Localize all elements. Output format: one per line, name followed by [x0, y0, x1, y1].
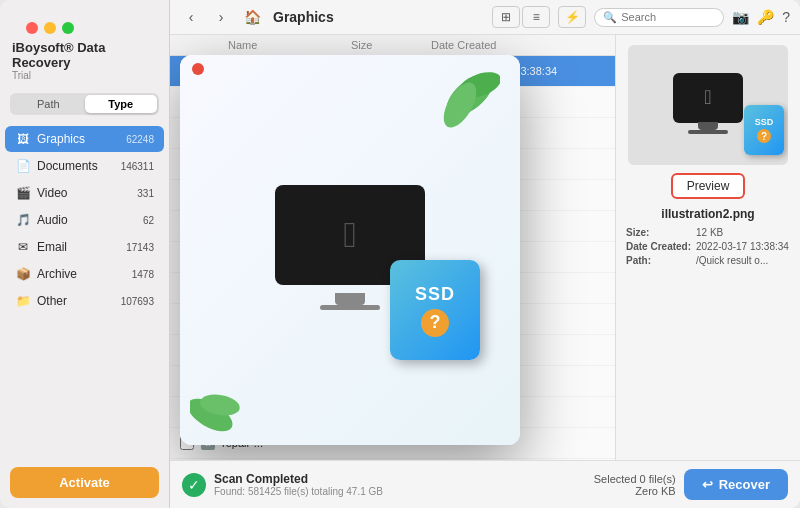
sidebar-item-count: 17143: [126, 242, 154, 253]
popup-illustration:  SSD ?: [180, 55, 520, 445]
filter-button[interactable]: ⚡: [558, 6, 586, 28]
sidebar-item-count: 107693: [121, 296, 154, 307]
popup-close-button[interactable]: [192, 63, 204, 75]
grid-view-button[interactable]: ⊞: [492, 6, 520, 28]
table-row[interactable]: W repair-...: [170, 459, 615, 460]
sidebar-item-count: 1478: [132, 269, 154, 280]
preview-path-value: /Quick result o...: [696, 255, 790, 266]
preview-button[interactable]: Preview: [671, 173, 746, 199]
preview-size-value: 12 KB: [696, 227, 790, 238]
mac-screen: : [673, 73, 743, 123]
preview-path-label: Path:: [626, 255, 696, 266]
activate-section: Activate: [0, 457, 169, 508]
recover-button[interactable]: ↩ Recover: [684, 469, 788, 500]
sidebar-item-count: 62: [143, 215, 154, 226]
archive-icon: 📦: [15, 266, 31, 282]
view-toggle: ⊞ ≡: [492, 6, 550, 28]
sidebar-item-label: Documents: [37, 159, 121, 173]
search-input[interactable]: [621, 11, 715, 23]
scan-sub: Found: 581425 file(s) totaling 47.1 GB: [214, 486, 586, 497]
sidebar-item-count: 331: [137, 188, 154, 199]
popup-imac-illustration:  SSD ?: [210, 110, 490, 390]
tab-row: Path Type: [10, 93, 159, 115]
tab-type[interactable]: Type: [85, 95, 158, 113]
selected-info: Selected 0 file(s) Zero KB: [594, 473, 676, 497]
selected-count: Selected 0 file(s): [594, 473, 676, 485]
sidebar: iBoysoft® Data Recovery Trial Path Type …: [0, 0, 170, 508]
col-name-header: Name: [228, 39, 351, 51]
preview-mac-illustration: : [668, 73, 748, 138]
search-box: 🔍: [594, 8, 724, 27]
recover-label: Recover: [719, 477, 770, 492]
ssd-question-icon: ?: [421, 309, 449, 337]
app-title: iBoysoft® Data Recovery: [12, 40, 157, 70]
home-button[interactable]: 🏠: [240, 9, 265, 25]
sidebar-item-email[interactable]: ✉ Email 17143: [5, 234, 164, 260]
app-header: iBoysoft® Data Recovery Trial: [0, 0, 169, 85]
sidebar-item-label: Other: [37, 294, 121, 308]
col-date-header: Date Created: [431, 39, 581, 51]
search-icon: 🔍: [603, 11, 617, 24]
sidebar-item-count: 62248: [126, 134, 154, 145]
preview-image-area:  SSD ?: [628, 45, 788, 165]
info-button[interactable]: 🔑: [757, 9, 774, 25]
preview-filename: illustration2.png: [661, 207, 754, 221]
sidebar-item-graphics[interactable]: 🖼 Graphics 62248: [5, 126, 164, 152]
tab-path[interactable]: Path: [12, 95, 85, 113]
apple-logo-large-icon: : [343, 214, 356, 256]
sidebar-item-label: Video: [37, 186, 137, 200]
sidebar-item-archive[interactable]: 📦 Archive 1478: [5, 261, 164, 287]
sidebar-item-label: Graphics: [37, 132, 126, 146]
imac-base: [320, 305, 380, 310]
mac-stand: [698, 122, 718, 130]
preview-meta: Size: 12 KB Date Created: 2022-03-17 13:…: [626, 227, 790, 269]
sidebar-item-label: Audio: [37, 213, 143, 227]
recover-icon: ↩: [702, 477, 713, 492]
sidebar-list: 🖼 Graphics 62248 📄 Documents 146311 🎬 Vi…: [0, 123, 169, 457]
preview-size-label: Size:: [626, 227, 696, 238]
traffic-lights: [12, 12, 157, 34]
other-icon: 📁: [15, 293, 31, 309]
toolbar-title: Graphics: [273, 9, 334, 25]
sidebar-item-count: 146311: [121, 161, 154, 172]
scan-text: Scan Completed Found: 581425 file(s) tot…: [214, 472, 586, 497]
status-bar: ✓ Scan Completed Found: 581425 file(s) t…: [170, 460, 800, 508]
documents-icon: 📄: [15, 158, 31, 174]
preview-date-value: 2022-03-17 13:38:34: [696, 241, 790, 252]
apple-logo-icon: : [704, 86, 711, 109]
help-button[interactable]: ?: [782, 9, 790, 25]
sidebar-item-label: Email: [37, 240, 126, 254]
scan-title: Scan Completed: [214, 472, 586, 486]
col-size-header: Size: [351, 39, 431, 51]
camera-button[interactable]: 📷: [732, 9, 749, 25]
sidebar-item-other[interactable]: 📁 Other 107693: [5, 288, 164, 314]
forward-button[interactable]: ›: [210, 6, 232, 28]
preview-date-row: Date Created: 2022-03-17 13:38:34: [626, 241, 790, 252]
ssd-label: SSD: [415, 284, 455, 305]
mac-base: [688, 130, 728, 134]
sidebar-item-video[interactable]: 🎬 Video 331: [5, 180, 164, 206]
video-icon: 🎬: [15, 185, 31, 201]
sidebar-item-documents[interactable]: 📄 Documents 146311: [5, 153, 164, 179]
scan-complete-icon: ✓: [182, 473, 206, 497]
list-view-button[interactable]: ≡: [522, 6, 550, 28]
sidebar-item-audio[interactable]: 🎵 Audio 62: [5, 207, 164, 233]
close-window-button[interactable]: [26, 22, 38, 34]
toolbar: ‹ › 🏠 Graphics ⊞ ≡ ⚡ 🔍 📷 🔑 ?: [170, 0, 800, 35]
ssd-preview-label: SSD: [755, 117, 774, 127]
ssd-preview-question: ?: [757, 129, 771, 143]
preview-size-row: Size: 12 KB: [626, 227, 790, 238]
graphics-icon: 🖼: [15, 131, 31, 147]
preview-path-row: Path: /Quick result o...: [626, 255, 790, 266]
maximize-window-button[interactable]: [62, 22, 74, 34]
file-list-header: Name Size Date Created: [170, 35, 615, 56]
app-subtitle: Trial: [12, 70, 157, 81]
back-button[interactable]: ‹: [180, 6, 202, 28]
file-list-area: Name Size Date Created W illustration2.p…: [170, 35, 800, 460]
sidebar-item-label: Archive: [37, 267, 132, 281]
imac-stand: [335, 293, 365, 305]
selected-size: Zero KB: [594, 485, 676, 497]
activate-button[interactable]: Activate: [10, 467, 159, 498]
popup-overlay:  SSD ?: [180, 55, 520, 445]
minimize-window-button[interactable]: [44, 22, 56, 34]
